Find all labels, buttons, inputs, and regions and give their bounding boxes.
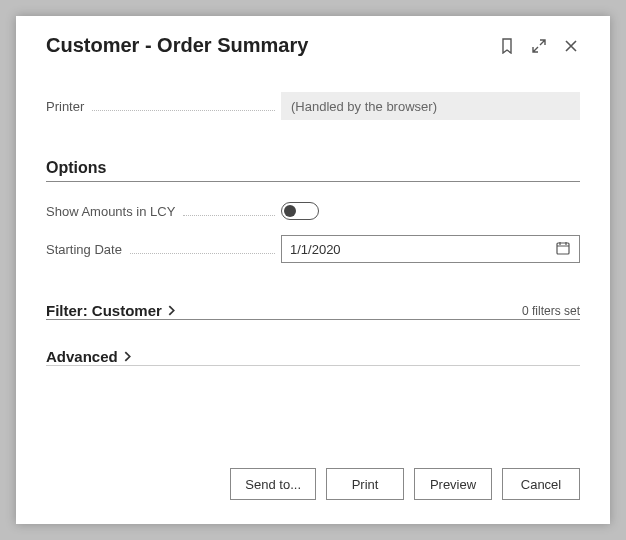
filter-count: 0 filters set (522, 304, 580, 318)
starting-date-value-cell: 1/1/2020 (281, 235, 580, 263)
show-amounts-row: Show Amounts in LCY (46, 196, 580, 226)
starting-date-input[interactable]: 1/1/2020 (281, 235, 580, 263)
starting-date-row: Starting Date 1/1/2020 (46, 234, 580, 264)
options-header: Options (46, 159, 580, 177)
printer-row: Printer (Handled by the browser) (46, 91, 580, 121)
svg-rect-0 (557, 243, 569, 254)
starting-date-label: Starting Date (46, 242, 122, 257)
advanced-expander[interactable]: Advanced (46, 348, 580, 365)
show-amounts-toggle[interactable] (281, 202, 319, 220)
dot-leader (130, 253, 275, 254)
calendar-icon[interactable] (555, 240, 571, 259)
bookmark-icon[interactable] (498, 37, 516, 55)
show-amounts-value-cell (281, 197, 580, 225)
filter-rule (46, 319, 580, 320)
show-amounts-label: Show Amounts in LCY (46, 204, 175, 219)
send-to-button[interactable]: Send to... (230, 468, 316, 500)
show-amounts-label-cell: Show Amounts in LCY (46, 204, 281, 219)
advanced-label: Advanced (46, 348, 118, 365)
print-button[interactable]: Print (326, 468, 404, 500)
filter-customer-label: Filter: Customer (46, 302, 162, 319)
chevron-right-icon (122, 351, 133, 362)
chevron-right-icon (166, 305, 177, 316)
preview-button[interactable]: Preview (414, 468, 492, 500)
advanced-title: Advanced (46, 348, 133, 365)
title-bar: Customer - Order Summary (46, 34, 580, 57)
dot-leader (92, 110, 275, 111)
filter-customer-title: Filter: Customer (46, 302, 177, 319)
dot-leader (183, 215, 275, 216)
title-actions (498, 37, 580, 55)
cancel-button[interactable]: Cancel (502, 468, 580, 500)
printer-label: Printer (46, 99, 84, 114)
starting-date-value: 1/1/2020 (290, 242, 341, 257)
printer-value-cell: (Handled by the browser) (281, 92, 580, 120)
printer-label-cell: Printer (46, 99, 281, 114)
filter-customer-expander[interactable]: Filter: Customer 0 filters set (46, 302, 580, 319)
expand-icon[interactable] (530, 37, 548, 55)
button-row: Send to... Print Preview Cancel (46, 456, 580, 500)
toggle-knob (284, 205, 296, 217)
printer-value[interactable]: (Handled by the browser) (281, 92, 580, 120)
report-request-dialog: Customer - Order Summary Printer (Handle… (16, 16, 610, 524)
starting-date-label-cell: Starting Date (46, 242, 281, 257)
close-icon[interactable] (562, 37, 580, 55)
dialog-title: Customer - Order Summary (46, 34, 308, 57)
advanced-rule (46, 365, 580, 366)
options-rule (46, 181, 580, 182)
